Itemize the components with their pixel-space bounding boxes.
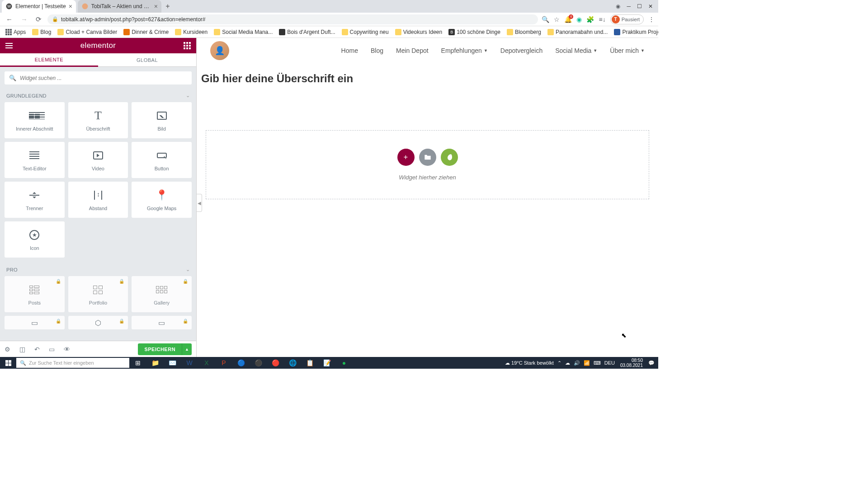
bookmark-item[interactable]: Copywriting neu xyxy=(339,28,392,37)
taskbar-search[interactable]: 🔍 Zur Suche Text hier eingeben xyxy=(16,358,129,368)
widget-image[interactable]: Bild xyxy=(132,102,192,138)
wifi-icon[interactable]: 📶 xyxy=(584,360,590,366)
nav-social[interactable]: Social Media▼ xyxy=(555,47,597,54)
navigator-icon[interactable]: ◫ xyxy=(19,346,25,353)
notepad-icon[interactable]: 📝 xyxy=(318,357,335,369)
widget-search-input[interactable] xyxy=(20,75,187,81)
bookmark-item[interactable]: Bloomberg xyxy=(504,28,544,37)
grammarly-extension-icon[interactable]: ◉ xyxy=(576,16,582,23)
onedrive-icon[interactable]: ☁ xyxy=(565,360,570,366)
template-library-button[interactable] xyxy=(419,149,436,166)
bookmark-star-icon[interactable]: ☆ xyxy=(554,16,560,23)
widget-text-editor[interactable]: Text-Editor xyxy=(5,142,65,178)
widget-heading[interactable]: TÜberschrift xyxy=(68,102,128,138)
url-bar[interactable]: 🔒 tobitalk.at/wp-admin/post.php?post=627… xyxy=(47,14,538,24)
bookmark-item[interactable]: Bois d'Argent Duft... xyxy=(276,28,338,37)
envato-button[interactable] xyxy=(441,149,458,166)
widget-inner-section[interactable]: Innerer Abschnitt xyxy=(5,102,65,138)
maximize-icon[interactable]: ☐ xyxy=(637,3,642,9)
bookmark-item[interactable]: Kursideen xyxy=(172,28,210,37)
heading-widget[interactable]: Gib hier deine Überschrift ein xyxy=(197,63,658,94)
menu-kebab-icon[interactable]: ⋮ xyxy=(648,16,655,23)
widget-spacer[interactable]: Abstand xyxy=(68,182,128,218)
mail-icon[interactable]: ✉️ xyxy=(164,357,181,369)
settings-icon[interactable]: ⚙ xyxy=(5,346,10,353)
widget-search[interactable]: 🔍 xyxy=(5,71,192,84)
extension-icon[interactable]: 🔔6 xyxy=(564,16,572,23)
forward-button[interactable]: → xyxy=(19,14,30,24)
browser-tab-inactive[interactable]: TobiTalk – Aktien und persönliche... × xyxy=(78,0,161,13)
widget-video[interactable]: Video xyxy=(68,142,128,178)
new-tab-button[interactable]: + xyxy=(161,0,174,13)
preview-icon[interactable]: 👁 xyxy=(64,346,70,353)
panel-menu-button[interactable] xyxy=(5,43,13,48)
action-center-icon[interactable]: 💬 xyxy=(648,360,655,366)
task-view-icon[interactable]: ⊞ xyxy=(129,357,146,369)
collapse-panel-handle[interactable]: ◀ xyxy=(197,194,202,212)
obs-icon[interactable]: ⚫ xyxy=(250,357,267,369)
excel-icon[interactable]: X xyxy=(198,357,215,369)
browser-tab-active[interactable]: W Elementor | Testseite × xyxy=(2,0,76,13)
account-indicator-icon[interactable]: ◉ xyxy=(616,3,620,9)
widget-pro-more[interactable]: 🔒⬡ xyxy=(68,316,128,329)
bookmark-item[interactable]: Panoramabahn und... xyxy=(545,28,610,37)
zoom-icon[interactable]: 🔍 xyxy=(542,16,549,23)
add-section-button[interactable]: + xyxy=(397,149,415,166)
bookmark-item[interactable]: B100 schöne Dinge xyxy=(446,28,503,37)
clock[interactable]: 08:50 03.08.2021 xyxy=(618,358,645,368)
word-icon[interactable]: W xyxy=(181,357,198,369)
tray-overflow-icon[interactable]: ⌃ xyxy=(557,360,561,366)
bookmark-item[interactable]: Videokurs Ideen xyxy=(392,28,445,37)
widget-gallery[interactable]: 🔒Gallery xyxy=(132,276,192,312)
profile-button[interactable]: T Pausiert xyxy=(610,14,644,24)
save-options-button[interactable]: ▲ xyxy=(182,343,192,355)
keyboard-icon[interactable]: ⌨ xyxy=(594,360,601,366)
widget-button[interactable]: Button xyxy=(132,142,192,178)
back-button[interactable]: ← xyxy=(4,14,15,24)
weather-widget[interactable]: ☁ 19°C Stark bewölkt xyxy=(505,360,554,366)
widget-divider[interactable]: Trenner xyxy=(5,182,65,218)
nav-comparison[interactable]: Depotvergleich xyxy=(500,47,542,54)
reading-list-icon[interactable]: ≡↓ xyxy=(599,16,605,23)
category-pro[interactable]: PRO ⌄ xyxy=(0,263,196,276)
apps-shortcut[interactable]: Apps xyxy=(3,28,28,37)
nav-home[interactable]: Home xyxy=(341,47,358,54)
history-icon[interactable]: ↶ xyxy=(34,346,40,353)
extensions-puzzle-icon[interactable]: 🧩 xyxy=(586,16,594,23)
edge-icon[interactable]: 🌐 xyxy=(284,357,301,369)
tab-elements[interactable]: ELEMENTE xyxy=(0,53,98,67)
save-button[interactable]: SPEICHERN xyxy=(138,343,182,355)
language-indicator[interactable]: DEU xyxy=(604,360,615,366)
widget-pro-more[interactable]: 🔒▭ xyxy=(132,316,192,329)
responsive-icon[interactable]: ▭ xyxy=(49,346,55,353)
widget-icon[interactable]: ★Icon xyxy=(5,221,65,258)
close-tab-icon[interactable]: × xyxy=(69,3,72,10)
category-basic[interactable]: GRUNDLEGEND ⌄ xyxy=(0,89,196,102)
chrome-icon[interactable]: 🔴 xyxy=(267,357,284,369)
spotify-icon[interactable]: ● xyxy=(335,357,353,369)
bookmark-item[interactable]: Blog xyxy=(29,28,54,37)
close-window-icon[interactable]: ✕ xyxy=(648,3,653,9)
file-explorer-icon[interactable]: 📁 xyxy=(146,357,164,369)
widget-portfolio[interactable]: 🔒Portfolio xyxy=(68,276,128,312)
widget-google-maps[interactable]: 📍Google Maps xyxy=(132,182,192,218)
app-icon[interactable]: 📋 xyxy=(301,357,318,369)
powerpoint-icon[interactable]: P xyxy=(215,357,232,369)
widget-posts[interactable]: 🔒Posts xyxy=(5,276,65,312)
bookmark-item[interactable]: Praktikum Projektm... xyxy=(611,28,658,37)
minimize-icon[interactable]: ─ xyxy=(627,3,631,9)
tab-global[interactable]: GLOBAL xyxy=(98,53,196,67)
app-icon[interactable]: 🔵 xyxy=(232,357,250,369)
nav-depot[interactable]: Mein Depot xyxy=(396,47,429,54)
widget-pro-more[interactable]: 🔒▭ xyxy=(5,316,65,329)
new-section-dropzone[interactable]: + Widget hierher ziehen xyxy=(206,130,649,199)
widgets-grid-button[interactable] xyxy=(184,42,191,49)
bookmark-item[interactable]: Dinner & Crime xyxy=(121,28,171,37)
bookmark-item[interactable]: Social Media Mana... xyxy=(211,28,275,37)
site-logo-avatar[interactable]: 👤 xyxy=(210,41,229,60)
nav-recommendations[interactable]: Empfehlungen▼ xyxy=(441,47,488,54)
nav-blog[interactable]: Blog xyxy=(371,47,383,54)
start-button[interactable] xyxy=(0,357,16,369)
bookmark-item[interactable]: Cload + Canva Bilder xyxy=(55,28,120,37)
close-tab-icon[interactable]: × xyxy=(154,3,158,10)
